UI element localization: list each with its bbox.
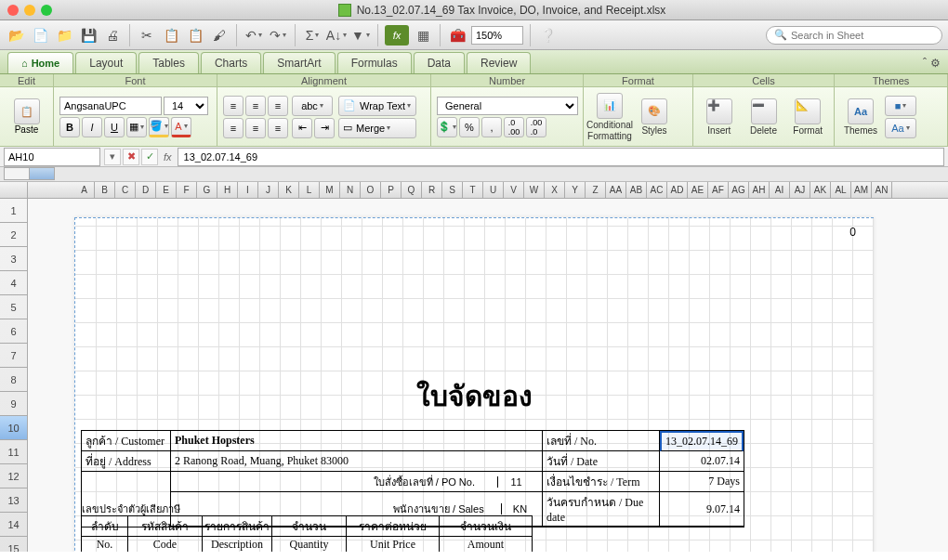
format-cells-button[interactable]: 📐Format xyxy=(787,93,828,141)
number-format-combo[interactable]: General xyxy=(437,97,578,115)
col-header-Y[interactable]: Y xyxy=(565,182,586,198)
row-header-14[interactable]: 14 xyxy=(0,513,28,537)
col-header-AF[interactable]: AF xyxy=(708,182,729,198)
col-header-K[interactable]: K xyxy=(279,182,299,198)
col-header-G[interactable]: G xyxy=(197,182,217,198)
tab-layout[interactable]: Layout xyxy=(75,52,137,73)
outdent-button[interactable]: ⇤ xyxy=(292,118,312,138)
increase-decimal-button[interactable]: .0.00 xyxy=(504,117,524,137)
redo-icon[interactable]: ↷ xyxy=(268,25,288,46)
row-header-11[interactable]: 11 xyxy=(0,440,28,464)
tab-charts[interactable]: Charts xyxy=(201,52,261,73)
italic-button[interactable]: I xyxy=(82,117,102,137)
bold-button[interactable]: B xyxy=(59,117,80,137)
open2-icon[interactable]: 📁 xyxy=(54,25,74,46)
col-header-I[interactable]: I xyxy=(238,182,258,198)
fx-button-icon[interactable]: fx xyxy=(385,25,409,46)
open-icon[interactable]: 📂 xyxy=(6,25,26,46)
delete-cells-button[interactable]: ➖Delete xyxy=(744,93,784,141)
border-button[interactable]: ▦ xyxy=(126,117,147,137)
tab-smartart[interactable]: SmartArt xyxy=(263,52,335,73)
format-painter-icon[interactable]: 🖌 xyxy=(209,25,230,46)
font-name-combo[interactable] xyxy=(59,97,162,115)
ribbon-settings-icon[interactable]: ⚙ xyxy=(930,57,941,70)
toolbox-icon[interactable]: 🧰 xyxy=(447,25,467,46)
fill-color-button[interactable]: 🪣 xyxy=(149,117,169,137)
col-header-L[interactable]: L xyxy=(299,182,320,198)
wrap-text-button[interactable]: 📄 Wrap Text xyxy=(338,96,416,116)
close-icon[interactable] xyxy=(7,5,19,16)
tab-tables[interactable]: Tables xyxy=(138,52,199,73)
print-icon[interactable]: 🖨 xyxy=(102,25,123,46)
sort-icon[interactable]: A↓ xyxy=(326,25,347,46)
theme-fonts-button[interactable]: Aa xyxy=(885,118,916,138)
align-bottom-button[interactable]: ≡ xyxy=(268,96,288,116)
tab-home[interactable]: ⌂Home xyxy=(7,52,73,73)
conditional-formatting-button[interactable]: 📊 Conditional Formatting xyxy=(589,93,630,141)
paste-button-icon[interactable]: 📋 xyxy=(14,98,40,124)
row-header-9[interactable]: 9 xyxy=(0,392,28,416)
col-header-AJ[interactable]: AJ xyxy=(790,182,810,198)
name-box[interactable] xyxy=(4,148,100,166)
gallery-icon[interactable]: ▦ xyxy=(413,25,433,46)
no-value-selected-cell[interactable]: 13_02.07.14_69 xyxy=(660,431,744,451)
nav-dropdown-icon[interactable]: ▾ xyxy=(104,149,121,165)
align-top-button[interactable]: ≡ xyxy=(223,96,244,116)
col-header-N[interactable]: N xyxy=(340,182,361,198)
col-header-Q[interactable]: Q xyxy=(402,182,422,198)
tab-formulas[interactable]: Formulas xyxy=(337,52,412,73)
copy-icon[interactable]: 📋 xyxy=(161,25,181,46)
row-header-1[interactable]: 1 xyxy=(0,199,28,223)
decrease-decimal-button[interactable]: .00.0 xyxy=(526,117,546,137)
col-header-P[interactable]: P xyxy=(381,182,402,198)
col-header-T[interactable]: T xyxy=(463,182,483,198)
col-header-R[interactable]: R xyxy=(422,182,442,198)
tab-review[interactable]: Review xyxy=(467,52,531,73)
undo-icon[interactable]: ↶ xyxy=(244,25,264,46)
col-header-C[interactable]: C xyxy=(115,182,136,198)
merge-button[interactable]: ▭ Merge xyxy=(338,118,416,138)
row-header-7[interactable]: 7 xyxy=(0,344,28,368)
minimize-icon[interactable] xyxy=(24,5,35,16)
align-center-button[interactable]: ≡ xyxy=(245,118,266,138)
new-icon[interactable]: 📄 xyxy=(30,25,50,46)
zoom-combo[interactable] xyxy=(471,26,523,45)
row-header-13[interactable]: 13 xyxy=(0,488,28,513)
col-header-V[interactable]: V xyxy=(504,182,524,198)
currency-button[interactable]: 💲 xyxy=(437,117,457,137)
col-header-O[interactable]: O xyxy=(361,182,381,198)
accept-formula-icon[interactable]: ✓ xyxy=(141,149,158,165)
row-header-3[interactable]: 3 xyxy=(0,247,28,271)
zoom-icon[interactable] xyxy=(41,5,52,16)
col-header-Z[interactable]: Z xyxy=(586,182,606,198)
row-header-15[interactable]: 15 xyxy=(0,537,28,552)
col-header-J[interactable]: J xyxy=(258,182,279,198)
autosum-icon[interactable]: Σ xyxy=(302,25,323,46)
col-header-A[interactable]: A xyxy=(74,182,95,198)
font-color-button[interactable]: A xyxy=(171,117,191,137)
col-header-AH[interactable]: AH xyxy=(749,182,770,198)
save-icon[interactable]: 💾 xyxy=(78,25,99,46)
cut-icon[interactable]: ✂ xyxy=(137,25,157,46)
col-header-M[interactable]: M xyxy=(320,182,340,198)
styles-button[interactable]: 🎨 Styles xyxy=(634,93,675,141)
col-header-S[interactable]: S xyxy=(442,182,463,198)
underline-button[interactable]: U xyxy=(104,117,125,137)
col-header-X[interactable]: X xyxy=(545,182,565,198)
theme-colors-button[interactable]: ■ xyxy=(885,96,916,116)
align-right-button[interactable]: ≡ xyxy=(268,118,288,138)
col-header-AA[interactable]: AA xyxy=(606,182,626,198)
col-header-AN[interactable]: AN xyxy=(872,182,892,198)
col-header-AG[interactable]: AG xyxy=(729,182,749,198)
col-header-D[interactable]: D xyxy=(136,182,156,198)
col-header-W[interactable]: W xyxy=(524,182,545,198)
document-canvas[interactable]: 0 ใบจัดของ ลูกค้า / Customer Phuket Hops… xyxy=(28,199,948,552)
row-header-5[interactable]: 5 xyxy=(0,295,28,319)
col-header-AE[interactable]: AE xyxy=(688,182,708,198)
normal-view-button[interactable] xyxy=(4,167,30,180)
col-header-F[interactable]: F xyxy=(177,182,197,198)
orientation-button[interactable]: abc xyxy=(292,96,333,116)
col-header-AI[interactable]: AI xyxy=(770,182,790,198)
row-header-10[interactable]: 10 xyxy=(0,416,28,440)
page-layout-view-button[interactable] xyxy=(29,167,55,180)
